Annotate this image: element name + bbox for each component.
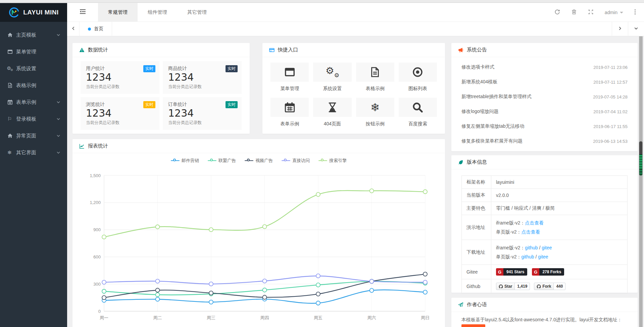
report-panel-title: 报表统计: [88, 143, 108, 149]
module-tab-regular-manage[interactable]: 常规管理: [98, 3, 138, 22]
quick-entry-form-example[interactable]: 表单示例: [270, 98, 309, 127]
quick-entry-table-example[interactable]: 表格示例: [356, 63, 394, 92]
clear-cache-button[interactable]: [566, 3, 583, 22]
version-link[interactable]: 点击查看: [525, 220, 544, 226]
legend-item[interactable]: 视频广告: [245, 158, 273, 164]
collapse-sidebar-button[interactable]: [67, 3, 98, 22]
legend-item[interactable]: 联盟广告: [208, 158, 236, 164]
tabs-scroll-left-button[interactable]: [67, 22, 80, 36]
version-row-value: v2.0.0: [491, 189, 628, 202]
sidebar-item-table-example[interactable]: 表格示例: [0, 77, 67, 94]
notice-panel-header: 系统公告: [451, 43, 638, 57]
legend-marker-icon: [318, 158, 327, 163]
version-link[interactable]: github: [521, 254, 534, 259]
notice-date: 2019-06-17 11:55: [593, 124, 628, 129]
warning-triangle-icon: [79, 47, 85, 53]
version-row-label: 演示地址: [462, 215, 491, 240]
sidebar-item-login-template[interactable]: ⚐ 登录模板: [0, 111, 67, 127]
refresh-icon: [554, 9, 560, 16]
version-link[interactable]: github: [525, 245, 538, 250]
module-tab-other-manage[interactable]: 其它管理: [177, 3, 217, 22]
author-panel: 作者心语 本模板基于layui2.5.4以及font-awesome-4.7.0…: [451, 298, 638, 327]
author-line1: 本模板基于layui2.5.4以及font-awesome-4.7.0进行实现。…: [461, 317, 622, 322]
notice-item[interactable]: 修复左侧菜单缩放tab无法移动 2019-06-17 11:55: [461, 119, 628, 134]
version-row-value: 零门槛 / 响应式 / 清爽 / 极简: [491, 202, 628, 215]
quick-entry-menu-manage[interactable]: 菜单管理: [270, 63, 309, 92]
quick-entry-button-example[interactable]: ❄ 按钮示例: [356, 98, 394, 127]
notice-item[interactable]: 新增系统404模板 2019-07-11 12:57: [461, 75, 628, 89]
github-badge[interactable]: Fork440: [534, 283, 565, 290]
tabs-menu-button[interactable]: [628, 22, 644, 36]
notice-item[interactable]: 新增treetable插件和菜单管理样式 2019-07-05 14:28: [461, 89, 628, 104]
sidebar-item-label: 登录模板: [16, 116, 36, 122]
sidebar-item-other-ui[interactable]: ❄ 其它界面: [0, 144, 67, 161]
version-row: 当前版本v2.0.0: [462, 189, 628, 202]
tab-home[interactable]: 首页: [80, 22, 112, 36]
version-link[interactable]: 点击查看: [521, 229, 540, 235]
version-link[interactable]: gitee: [542, 245, 552, 250]
legend-marker-icon: [208, 158, 216, 163]
version-row: GithubStar1,419Fork440: [462, 279, 628, 294]
hourglass-icon: [313, 98, 351, 117]
github-button: Star: [496, 283, 515, 290]
version-text: iframe版-v2：: [496, 220, 525, 226]
module-tab-component-manage[interactable]: 组件管理: [138, 3, 177, 22]
user-menu[interactable]: admin: [599, 10, 629, 15]
version-table: 框架名称layuimini当前版本v2.0.0主要特色零门槛 / 响应式 / 清…: [461, 175, 628, 294]
stats-panel-title: 数据统计: [88, 47, 108, 53]
version-text: iframe版-v2：: [496, 245, 525, 250]
version-row: 演示地址iframe版-v2：点击查看单页版-v2：点击查看: [462, 215, 628, 240]
github-badge[interactable]: Star1,419: [496, 283, 530, 290]
sidebar-item-label: 表格示例: [16, 82, 36, 89]
version-row-value: G941 StarsG278 Forks: [491, 265, 628, 279]
quick-entry-icon-list[interactable]: 图标列表: [399, 63, 437, 92]
layui-doc-badge[interactable]: layui文档: [461, 324, 485, 327]
sidebar-item-home-template[interactable]: 主页模板: [0, 27, 67, 43]
quick-entry-label: 系统设置: [313, 86, 351, 92]
version-text: /: [538, 245, 542, 250]
quick-entry-page-404[interactable]: 404页面: [313, 98, 351, 127]
legend-item[interactable]: 邮件营销: [171, 158, 199, 164]
quick-entry-label: 按钮示例: [356, 121, 394, 127]
dot-circle-icon: [399, 63, 437, 82]
chevron-down-icon: [56, 151, 60, 155]
gitee-badge[interactable]: G278 Forks: [532, 268, 564, 276]
notice-item[interactable]: 修复多模块菜单栏展开有问题 2019-06-13 14:53: [461, 134, 628, 149]
sidebar-item-form-example[interactable]: 表单示例: [0, 94, 67, 111]
legend-item[interactable]: 搜索引擎: [318, 158, 347, 164]
version-link[interactable]: gitee: [538, 254, 548, 259]
notice-date: 2019-07-11 12:57: [593, 80, 628, 85]
sidebar-item-error-page[interactable]: 异常页面: [0, 127, 67, 144]
scrollbar-thumb[interactable]: [639, 141, 643, 176]
scrollbar-track[interactable]: [639, 36, 643, 327]
notice-item[interactable]: 修改选项卡样式 2019-07-11 23:06: [461, 60, 628, 75]
github-count: 1,419: [515, 283, 530, 290]
version-row-value: iframe版-v2：点击查看单页版-v2：点击查看: [491, 215, 628, 240]
gitee-badge[interactable]: G941 Stars: [496, 268, 527, 276]
version-row-label: Github: [462, 279, 491, 294]
notice-date: 2019-07-05 14:28: [593, 94, 628, 99]
gears-icon: ⚙⚙: [313, 63, 351, 82]
github-count: 440: [554, 283, 565, 290]
search-icon: [399, 98, 437, 117]
more-menu-button[interactable]: [629, 3, 641, 22]
tabs-scroll-right-button[interactable]: [612, 22, 628, 36]
refresh-button[interactable]: [549, 3, 566, 22]
quick-entry-baidu-search[interactable]: 百度搜索: [399, 98, 437, 127]
version-row-label: 框架名称: [462, 176, 491, 189]
legend-label: 联盟广告: [218, 158, 236, 164]
legend-marker-icon: [282, 158, 290, 163]
header: 常规管理组件管理其它管理 admin: [67, 3, 644, 22]
quick-entry-system-setting[interactable]: ⚙⚙ 系统设置: [313, 63, 351, 92]
app-window: LAYUI MINI 主页模板 菜单管理 ⚙⚙ 系统设置 表格示例 表单示例 ⚐…: [0, 0, 644, 327]
fullscreen-button[interactable]: [583, 3, 599, 22]
sidebar-item-system-setting[interactable]: ⚙⚙ 系统设置: [0, 60, 67, 77]
bullhorn-icon: [458, 47, 463, 53]
legend-item[interactable]: 直接访问: [282, 158, 310, 164]
quick-panel-title: 快捷入口: [278, 47, 298, 53]
sidebar-item-menu-manage[interactable]: 菜单管理: [0, 43, 67, 60]
version-panel-header: 版本信息: [451, 155, 638, 169]
line-chart-icon: [79, 144, 85, 149]
notice-item[interactable]: 修改logo缩放问题 2019-07-04 11:02: [461, 104, 628, 119]
chevron-down-icon: [56, 134, 60, 138]
